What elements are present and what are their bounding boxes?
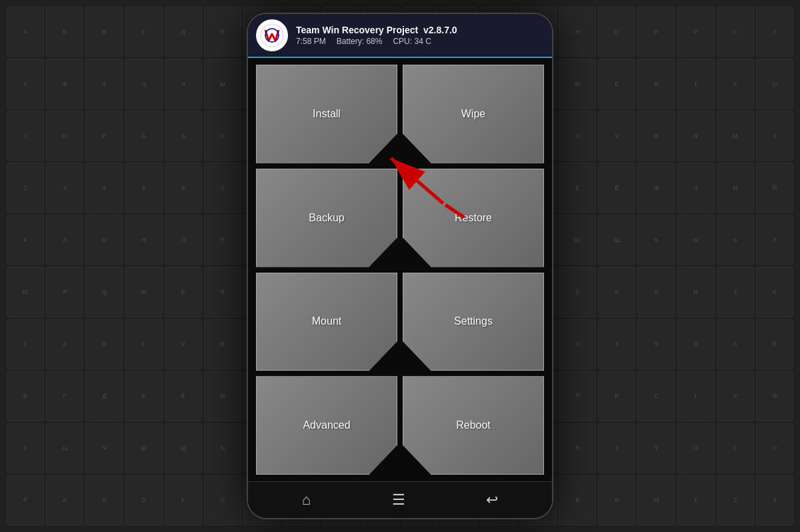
keyboard-key: Г (46, 371, 83, 421)
home-button[interactable]: ⌂ (297, 486, 316, 514)
keyboard-key: D (559, 267, 596, 317)
keyboard-key: V (598, 111, 635, 161)
reboot-button[interactable]: Reboot (403, 376, 544, 475)
status-bar: 7:58 PM Battery: 68% CPU: 34 C (296, 37, 457, 46)
keyboard-key: 9 (637, 319, 675, 369)
keyboard-key: 1 (756, 111, 793, 161)
restore-button[interactable]: Restore (403, 169, 544, 267)
keyboard-key: Ь (717, 215, 754, 265)
main-button-grid: Install Wipe Backup Restore Mount Settin… (248, 58, 552, 481)
keyboard-key: I (717, 423, 754, 473)
keyboard-key: M (637, 475, 675, 525)
app-name-text: Team Win Recovery Project (296, 25, 418, 35)
keyboard-key: Б (756, 319, 793, 369)
keyboard-key: Ф (756, 371, 793, 421)
keyboard-key: Н (559, 7, 596, 57)
app-title: Team Win Recovery Project v2.8.7.0 (296, 25, 457, 35)
keyboard-key: Ч (165, 59, 202, 109)
keyboard-key: B (204, 319, 241, 369)
keyboard-key: Т (677, 371, 715, 421)
cpu-info: CPU: 34 C (393, 37, 431, 46)
keyboard-key: R (637, 59, 675, 109)
keyboard-key: П (204, 215, 241, 265)
keyboard-key: Г (125, 7, 162, 57)
keyboard-key: H (677, 267, 715, 317)
keyboard-key: T (677, 59, 715, 109)
keyboard-key: Е (204, 7, 241, 57)
keyboard-key: I (7, 111, 44, 161)
keyboard-key: J (717, 267, 754, 317)
keyboard-key: Х (85, 59, 123, 109)
keyboard-key: У (717, 371, 754, 421)
backup-button[interactable]: Backup (256, 169, 397, 267)
keyboard-key: 0 (677, 319, 715, 369)
keyboard-key: Е (559, 163, 596, 213)
mount-label: Mount (312, 315, 341, 327)
keyboard-key: N (598, 475, 635, 525)
twrp-logo (256, 19, 288, 51)
keyboard-key: П (637, 7, 675, 57)
keyboard-key: F (598, 267, 635, 317)
keyboard-key: З (677, 163, 715, 213)
keyboard-key: Е (125, 371, 162, 421)
keyboard-key: E (598, 59, 635, 109)
keyboard-key: К (7, 215, 44, 265)
keyboard-key: Б (46, 7, 83, 57)
keyboard-key: C (559, 111, 596, 161)
keyboard-key: Ы (677, 215, 715, 265)
keyboard-key: B (559, 475, 596, 525)
keyboard-key: У (7, 59, 44, 109)
wipe-label: Wipe (461, 108, 485, 120)
keyboard-key: Ё (165, 371, 202, 421)
keyboard-key: F (165, 475, 202, 525)
mount-button[interactable]: Mount (256, 273, 397, 371)
keyboard-key: Ф (46, 59, 83, 109)
keyboard-key: Ъ (637, 215, 675, 265)
battery-info: Battery: 68% (337, 37, 383, 46)
keyboard-key: Щ (165, 423, 202, 473)
keyboard-key: М (85, 215, 123, 265)
install-button[interactable]: Install (256, 65, 397, 163)
keyboard-key: T (598, 423, 635, 473)
keyboard-key: В (85, 7, 123, 57)
wipe-button[interactable]: Wipe (403, 65, 544, 163)
advanced-button[interactable]: Advanced (256, 376, 397, 475)
keyboard-key: Л (46, 215, 83, 265)
keyboard-key: O (46, 111, 83, 161)
keyboard-key: 3 (46, 163, 83, 213)
keyboard-key: С (637, 371, 675, 421)
keyboard-key: В (7, 371, 44, 421)
keyboard-key: G (204, 475, 241, 525)
keyboard-key: S (85, 475, 123, 525)
keyboard-key: D (204, 111, 241, 161)
keyboard-key: A (125, 111, 162, 161)
time-display: 7:58 PM (296, 37, 326, 46)
keyboard-key: Y (717, 59, 754, 109)
settings-button[interactable]: Settings (403, 273, 544, 371)
backup-label: Backup (309, 212, 344, 224)
keyboard-key: Ц (125, 59, 162, 109)
keyboard-key: Р (598, 371, 635, 421)
keyboard-key: Х (7, 423, 44, 473)
screen: Team Win Recovery Project v2.8.7.0 7:58 … (248, 14, 552, 518)
keyboard-key: Э (756, 215, 793, 265)
keyboard-key: P (7, 475, 44, 525)
keyboard-key: U (677, 423, 715, 473)
keyboard-key: Z (46, 319, 83, 369)
keyboard-key: 1 (677, 475, 715, 525)
keyboard-key: L (7, 319, 44, 369)
back-button[interactable]: ↩ (481, 486, 503, 514)
app-header: Team Win Recovery Project v2.8.7.0 7:58 … (248, 14, 552, 58)
keyboard-key: 7 (559, 319, 596, 369)
menu-button[interactable]: ☰ (387, 486, 411, 514)
keyboard-key: Y (637, 423, 675, 473)
keyboard-key: E (165, 267, 202, 317)
phone-container: Team Win Recovery Project v2.8.7.0 7:58 … (247, 13, 553, 519)
keyboard-key: W (559, 59, 596, 109)
keyboard-key: 4 (85, 163, 123, 213)
keyboard-key: Ж (204, 371, 241, 421)
keyboard-key: Ж (637, 163, 675, 213)
keyboard-key: С (717, 7, 754, 57)
keyboard-key: Ш (204, 59, 241, 109)
keyboard-key: P (85, 111, 123, 161)
